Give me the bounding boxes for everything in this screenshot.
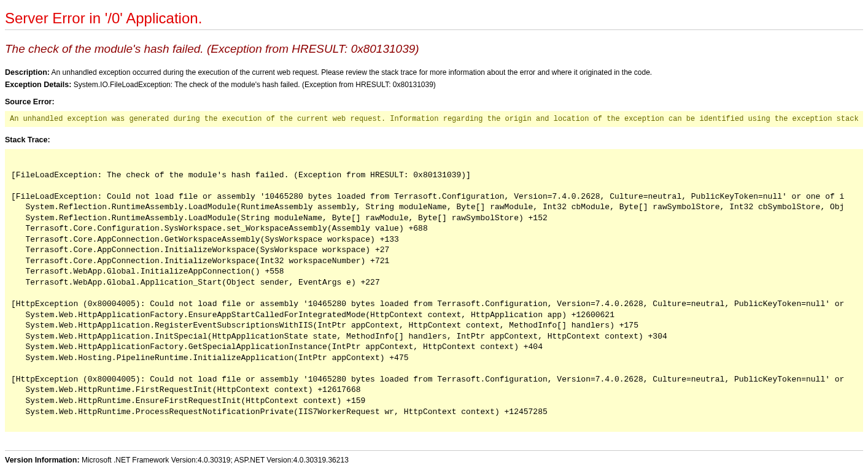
- exception-details-line: Exception Details: System.IO.FileLoadExc…: [5, 80, 863, 89]
- source-error-label: Source Error:: [5, 98, 863, 106]
- source-error-box: An unhandled exception was generated dur…: [5, 111, 863, 127]
- stack-trace-label: Stack Trace:: [5, 136, 863, 144]
- description-line: Description: An unhandled exception occu…: [5, 68, 863, 77]
- divider-bottom: [5, 450, 863, 451]
- version-line: Version Information: Microsoft .NET Fram…: [5, 456, 863, 464]
- version-label: Version Information:: [5, 456, 80, 464]
- description-text: An unhandled exception occurred during t…: [52, 68, 653, 77]
- stack-trace-box: [FileLoadException: The check of the mod…: [5, 149, 863, 432]
- exception-details-label: Exception Details:: [5, 80, 71, 89]
- error-subtitle: The check of the module's hash failed. (…: [5, 42, 863, 56]
- divider: [5, 29, 863, 30]
- description-label: Description:: [5, 68, 50, 77]
- version-text: Microsoft .NET Framework Version:4.0.303…: [82, 456, 349, 464]
- exception-details-text: System.IO.FileLoadException: The check o…: [74, 80, 436, 89]
- page-title: Server Error in '/0' Application.: [5, 10, 863, 27]
